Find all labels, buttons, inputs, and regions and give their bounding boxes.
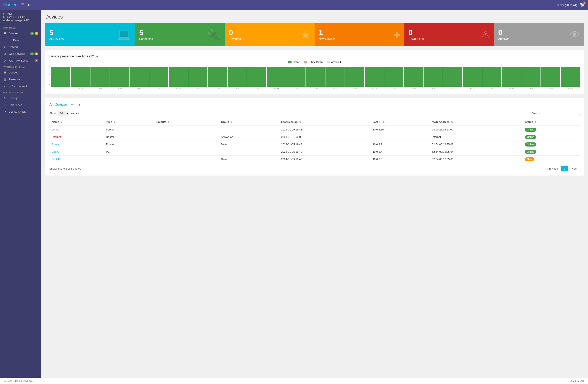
page-footer: © 2024 Puche & leiweibau (2024-02-24) bbox=[0, 378, 588, 384]
next-button[interactable]: Next bbox=[569, 166, 580, 171]
row-name-link[interactable]: Switch bbox=[52, 158, 60, 161]
row-status: Online bbox=[523, 148, 580, 156]
row-mac: 52:54:00:12:35:02 bbox=[429, 141, 523, 148]
col-mac[interactable]: MAC-Address ⇅ bbox=[429, 118, 523, 126]
col-status[interactable]: Status ⇅ bbox=[523, 118, 580, 126]
bar-7 bbox=[188, 67, 208, 87]
table-section: All Devices ✏ ▼ Show 10 25 50 100 entrie… bbox=[45, 98, 584, 176]
card-connected[interactable]: 5 Connected 🔌 bbox=[135, 23, 225, 46]
row-name-link[interactable]: server bbox=[52, 128, 59, 131]
devices-icon: ☰ bbox=[3, 32, 7, 35]
settings-label: SETTINGS & HELP bbox=[0, 90, 41, 95]
favorites-num: 0 bbox=[229, 29, 241, 36]
top-header: Pi.Alert ☰ ↻ server (20:01:41) 📡 2 bbox=[0, 0, 588, 10]
table-controls: Show 10 25 50 100 entries Search: bbox=[49, 111, 580, 116]
card-archived[interactable]: 0 Archived 👁 bbox=[494, 23, 584, 46]
new-devices-num: 1 bbox=[319, 29, 336, 36]
wifi-badge[interactable]: 📡 2 bbox=[580, 2, 585, 7]
devices-badges: 5 1 bbox=[30, 32, 38, 35]
favorites-label: Favorites bbox=[229, 37, 241, 41]
sidebar-demo-label: Demo bbox=[13, 39, 20, 42]
chart-legend: Online Offline/Down Archived bbox=[49, 61, 580, 64]
settings-icon: ⚙ bbox=[3, 96, 7, 100]
col-group[interactable]: Group ⇅ bbox=[219, 118, 279, 126]
x-label-21: 19:45 bbox=[462, 88, 482, 90]
main-layout: Active Load: 0 0.02 0.02 Memory usage: 8… bbox=[0, 10, 588, 378]
refresh-icon[interactable]: ↻ bbox=[28, 3, 30, 7]
entries-select[interactable]: 10 25 50 100 bbox=[58, 111, 69, 116]
x-label-20: 14:40 bbox=[443, 88, 462, 90]
search-input[interactable] bbox=[543, 111, 580, 116]
presence-icon: ▦ bbox=[3, 78, 7, 81]
load-status: Load: 0 0.02 0.02 bbox=[3, 16, 38, 19]
row-group: Demo bbox=[219, 141, 279, 148]
down-alerts-label: Down Alerts bbox=[409, 37, 424, 41]
col-name[interactable]: Name ⇅ bbox=[49, 118, 104, 126]
col-favorite[interactable]: Favorite ⇅ bbox=[153, 118, 219, 126]
table-header: All Devices ✏ ▼ bbox=[49, 102, 580, 107]
sidebar: Active Load: 0 0.02 0.02 Memory usage: 8… bbox=[0, 10, 41, 378]
filter-button[interactable]: ▼ bbox=[77, 102, 82, 107]
sidebar-item-presence[interactable]: ▦ Presence bbox=[0, 76, 41, 83]
devices-badge-green: 5 bbox=[30, 32, 34, 35]
sidebar-item-demo[interactable]: ○ Demo bbox=[0, 37, 41, 44]
bar-20 bbox=[443, 67, 462, 87]
search-label: Search: bbox=[532, 112, 541, 115]
sidebar-item-web-services[interactable]: ⊕ Web Services 1 1 bbox=[0, 50, 41, 57]
x-label-13: 21:30 bbox=[306, 88, 325, 90]
sidebar-settings-label: Settings bbox=[9, 96, 18, 100]
card-new-devices[interactable]: 1 New Devices + bbox=[315, 23, 404, 46]
edit-button[interactable]: ✏ bbox=[70, 102, 74, 107]
sidebar-item-ev-devices[interactable]: ☰ Devices bbox=[0, 69, 41, 76]
sidebar-item-settings[interactable]: ⚙ Settings bbox=[0, 95, 41, 101]
x-label-16: 14:20 bbox=[365, 88, 384, 90]
card-all-devices[interactable]: 5 All Devices 💻 bbox=[45, 23, 135, 46]
chart-x-labels: 19:4319:4519:5019:5513:0813:1013:1513:20… bbox=[51, 88, 580, 90]
col-last-session[interactable]: Last Session ⇅ bbox=[279, 118, 370, 126]
row-mac: Internet bbox=[429, 133, 523, 141]
legend-offline-dot bbox=[304, 61, 307, 63]
sidebar-ev-devices-label: Devices bbox=[9, 71, 18, 74]
row-name-link[interactable]: Router bbox=[52, 143, 60, 146]
col-last-ip[interactable]: Last IP ⇅ bbox=[370, 118, 429, 126]
sidebar-item-network[interactable]: ≡ Network bbox=[0, 44, 41, 50]
sidebar-item-icmp[interactable]: ⊙ ICMP Monitoring 1 bbox=[0, 57, 41, 64]
row-name-link[interactable]: Client bbox=[52, 150, 59, 153]
row-last-session: 2024-01-05 19:43 bbox=[279, 141, 370, 148]
update-icon: ↺ bbox=[3, 110, 7, 113]
x-label-19: 14:35 bbox=[423, 88, 443, 90]
prev-button[interactable]: Previous bbox=[545, 166, 560, 171]
bar-16 bbox=[365, 67, 384, 87]
row-favorite bbox=[153, 126, 219, 133]
help-icon: ? bbox=[3, 103, 7, 106]
x-label-4: 13:08 bbox=[129, 88, 149, 90]
x-label-8: 13:25 bbox=[208, 88, 227, 90]
row-name-link[interactable]: Internet bbox=[52, 136, 61, 138]
sidebar-journal-label: Pi.Alert Journal bbox=[9, 85, 27, 88]
sidebar-item-devices[interactable]: ☰ Devices 5 1 bbox=[0, 30, 41, 37]
menu-icon[interactable]: ☰ bbox=[21, 3, 24, 7]
demo-icon: ○ bbox=[7, 39, 11, 42]
bar-21 bbox=[462, 67, 482, 87]
bar-14 bbox=[325, 67, 345, 87]
chart-wrapper: 5 4 3 2 1 0 19:4319:4519:5019:5513:0813:… bbox=[49, 66, 580, 90]
x-label-10: 13:55 bbox=[247, 88, 266, 90]
sidebar-item-update[interactable]: ↺ Update Check bbox=[0, 108, 41, 115]
sidebar-presence-label: Presence bbox=[9, 78, 20, 81]
bar-9 bbox=[228, 67, 247, 87]
bar-0 bbox=[51, 67, 70, 87]
col-type[interactable]: Type ⇅ bbox=[104, 118, 153, 126]
x-label-23: 19:45 bbox=[502, 88, 521, 90]
row-group: Demo bbox=[219, 156, 279, 163]
card-down-alerts[interactable]: 0 Down Alerts ⚠ bbox=[404, 23, 494, 46]
table-header-row: Name ⇅ Type ⇅ Favorite ⇅ Group ⇅ Last Se… bbox=[49, 118, 580, 126]
table-row: server Server 2024-01-05 19:43 10.0.2.15… bbox=[49, 126, 580, 133]
all-devices-num: 5 bbox=[49, 29, 63, 36]
sidebar-item-journal[interactable]: ≡ Pi.Alert Journal bbox=[0, 83, 41, 90]
sidebar-item-help[interactable]: ? Help / FAQ bbox=[0, 101, 41, 108]
row-mac: 08:00:27:ca:17:6a bbox=[429, 126, 523, 133]
all-devices-icon: 💻 bbox=[117, 28, 131, 41]
page-1-button[interactable]: 1 bbox=[561, 166, 568, 171]
server-info: server (20:01:41) 📡 2 bbox=[557, 2, 585, 7]
card-favorites[interactable]: 0 Favorites ★ bbox=[225, 23, 315, 46]
